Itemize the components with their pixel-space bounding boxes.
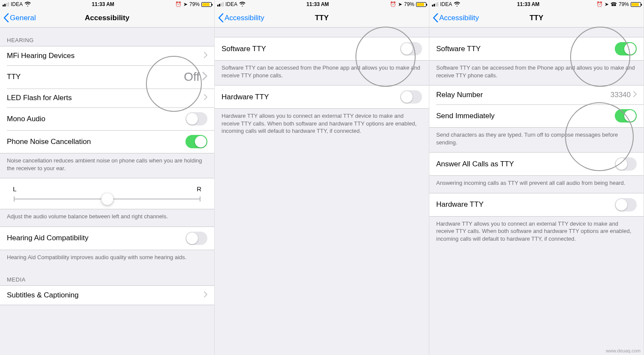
back-label: Accessibility	[225, 14, 264, 22]
noise-cancel-toggle[interactable]	[185, 135, 207, 148]
hardware-tty-toggle[interactable]	[615, 198, 637, 211]
screen-tty-on: IDEA 11:33 AM ⏰ ➤ ☎ 79% Accessibility TT…	[429, 0, 644, 355]
send-immediately-toggle[interactable]	[615, 109, 637, 122]
nav-bar: Accessibility TTY	[429, 9, 644, 28]
row-mono-audio: Mono Audio	[0, 107, 214, 130]
nav-bar: General Accessibility	[0, 9, 214, 28]
software-tty-toggle[interactable]	[400, 42, 422, 55]
battery-pct: 79%	[619, 1, 629, 7]
battery-pct: 79%	[189, 1, 200, 7]
send-footer: Send characters as they are typed. Turn …	[429, 128, 644, 152]
back-button[interactable]: Accessibility	[215, 13, 264, 22]
row-hardware-tty: Hardware TTY	[429, 193, 644, 216]
signal-icon	[217, 2, 224, 6]
chevron-right-icon	[204, 291, 207, 300]
wifi-icon	[239, 1, 246, 7]
location-icon: ➤	[605, 1, 609, 7]
back-label: General	[10, 14, 36, 22]
carrier-label: IDEA	[440, 1, 452, 7]
row-software-tty: Software TTY	[215, 37, 429, 60]
row-led-flash[interactable]: LED Flash for Alerts	[0, 89, 214, 107]
row-label: MFi Hearing Devices	[7, 52, 75, 60]
hardware-tty-footer: Hardware TTY allows you to connect an ex…	[215, 109, 429, 141]
back-label: Accessibility	[439, 14, 479, 22]
battery-icon	[201, 2, 212, 7]
hardware-tty-toggle[interactable]	[400, 90, 422, 104]
row-label: Hardware TTY	[222, 93, 269, 101]
answer-footer: Answering incoming calls as TTY will pre…	[429, 176, 644, 193]
row-send-immediately: Send Immediately	[429, 104, 644, 127]
row-relay-number[interactable]: Relay Number 33340	[429, 86, 644, 104]
row-subtitles[interactable]: Subtitles & Captioning	[0, 286, 214, 305]
nav-bar: Accessibility TTY	[215, 9, 429, 28]
row-label: TTY	[7, 73, 21, 81]
battery-pct: 79%	[404, 1, 414, 7]
tty-value: Off	[184, 70, 200, 84]
alarm-icon: ⏰	[390, 1, 396, 7]
screen-tty-off: IDEA 11:33 AM ⏰ ➤ 79% Accessibility TTY …	[215, 0, 429, 355]
tty-icon: ☎	[611, 1, 617, 7]
row-label: Relay Number	[436, 91, 483, 99]
chevron-left-icon	[218, 13, 224, 22]
battery-icon	[416, 2, 426, 7]
status-bar: IDEA 11:33 AM ⏰ ➤ ☎ 79%	[429, 0, 644, 9]
row-label: Send Immediately	[436, 112, 495, 120]
software-tty-footer: Software TTY can be accessed from the Ph…	[429, 61, 644, 85]
hearing-aid-footer: Hearing Aid Compatibility improves audio…	[0, 250, 214, 267]
row-software-tty: Software TTY	[429, 37, 644, 60]
chevron-left-icon	[433, 13, 438, 22]
row-label: Subtitles & Captioning	[7, 291, 79, 300]
wifi-icon	[24, 1, 31, 7]
status-time: 11:33 AM	[92, 1, 114, 7]
row-label: Hearing Aid Compatibility	[7, 234, 88, 242]
row-label: Answer All Calls as TTY	[436, 160, 514, 168]
row-answer-all: Answer All Calls as TTY	[429, 153, 644, 175]
section-header-media: MEDIA	[0, 267, 214, 285]
row-label: Phone Noise Cancellation	[7, 138, 91, 146]
row-tty[interactable]: TTY Off	[0, 65, 214, 89]
chevron-right-icon	[202, 72, 207, 83]
wifi-icon	[454, 1, 460, 7]
screen-accessibility: IDEA 11:33 AM ⏰ ➤ 79% General Accessibil…	[0, 0, 215, 355]
status-bar: IDEA 11:33 AM ⏰ ➤ 79%	[0, 0, 214, 9]
signal-icon	[432, 2, 438, 6]
hardware-tty-footer: Hardware TTY allows you to connect an ex…	[429, 217, 644, 249]
relay-value: 33340	[611, 91, 631, 99]
hearing-aid-toggle[interactable]	[185, 232, 207, 245]
signal-icon	[3, 2, 9, 6]
chevron-right-icon	[633, 91, 637, 99]
chevron-right-icon	[204, 94, 207, 102]
row-hardware-tty: Hardware TTY	[215, 86, 429, 108]
row-mfi-hearing[interactable]: MFi Hearing Devices	[0, 46, 214, 65]
chevron-left-icon	[3, 13, 9, 22]
software-tty-footer: Software TTY can be accessed from the Ph…	[215, 61, 429, 85]
slider-left-label: L	[13, 185, 16, 193]
row-hearing-aid: Hearing Aid Compatibility	[0, 227, 214, 250]
alarm-icon: ⏰	[175, 1, 182, 7]
watermark: www.deuaq.com	[606, 348, 641, 353]
answer-all-toggle[interactable]	[615, 157, 637, 171]
alarm-icon: ⏰	[596, 1, 603, 7]
status-time: 11:33 AM	[517, 1, 539, 7]
software-tty-toggle[interactable]	[615, 42, 637, 55]
noise-footer: Noise cancellation reduces ambient noise…	[0, 153, 214, 178]
slider-thumb[interactable]	[101, 193, 113, 205]
location-icon: ➤	[398, 1, 402, 7]
row-label: Software TTY	[436, 45, 481, 53]
carrier-label: IDEA	[11, 1, 23, 7]
balance-slider-row: L R	[0, 178, 214, 209]
balance-slider[interactable]	[14, 199, 200, 199]
row-label: LED Flash for Alerts	[7, 94, 72, 102]
battery-icon	[631, 2, 641, 7]
back-button[interactable]: Accessibility	[429, 13, 479, 22]
slider-right-label: R	[197, 185, 201, 193]
mono-audio-toggle[interactable]	[185, 112, 207, 125]
chevron-right-icon	[204, 52, 207, 60]
section-header-hearing: HEARING	[0, 28, 214, 46]
location-icon: ➤	[183, 1, 188, 7]
row-noise-cancel: Phone Noise Cancellation	[0, 130, 214, 153]
back-button[interactable]: General	[0, 13, 36, 22]
slider-footer: Adjust the audio volume balance between …	[0, 209, 214, 226]
row-label: Software TTY	[222, 45, 266, 53]
carrier-label: IDEA	[225, 1, 237, 7]
